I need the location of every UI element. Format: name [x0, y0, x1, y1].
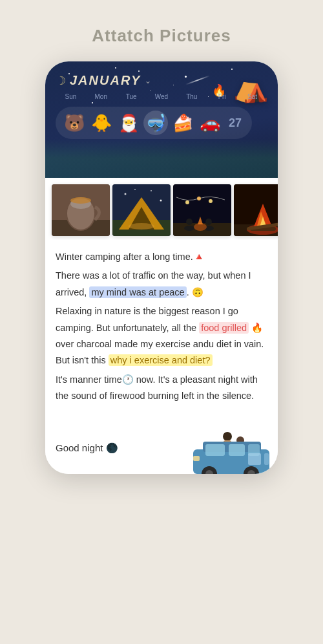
calendar-section: ⛺ 🔥 ☽ JANUARY ⌄ Sun Mon Tue Wed Thu Fri …: [45, 61, 278, 178]
emoji-dive[interactable]: 🤿: [143, 111, 168, 135]
photos-strip: [45, 178, 278, 240]
photo-tent[interactable]: [112, 184, 171, 236]
emoji-santa[interactable]: 🎅: [116, 111, 141, 135]
day-fri: Fri: [209, 93, 235, 100]
highlight-food: food grilled: [199, 322, 249, 334]
svg-point-33: [223, 432, 232, 441]
day-mon: Mon: [88, 93, 114, 100]
svg-point-20: [186, 219, 193, 225]
svg-point-11: [160, 200, 162, 202]
phone-frame: ⛺ 🔥 ☽ JANUARY ⌄ Sun Mon Tue Wed Thu Fri …: [45, 61, 278, 474]
svg-point-19: [184, 226, 194, 231]
day-sat: Sat: [239, 93, 265, 100]
svg-point-9: [125, 193, 127, 195]
day-sun: Sun: [57, 93, 83, 100]
paragraph-4: It's manner time🕐 now. It's a pleasant n…: [56, 372, 267, 405]
emoji-cake[interactable]: 🍰: [171, 111, 195, 135]
text-winter-camping: Winter camping after a long time.🔺: [56, 252, 205, 262]
svg-point-18: [209, 199, 213, 203]
svg-rect-39: [205, 444, 225, 456]
photo-fire[interactable]: [234, 184, 278, 236]
svg-point-22: [205, 219, 212, 225]
paragraph-1: Winter camping after a long time.🔺: [56, 249, 267, 265]
svg-rect-40: [229, 444, 245, 456]
star: [115, 67, 116, 69]
emoji-row[interactable]: 🐻 🐥 🎅 🤿 🍰 🚗 27: [56, 107, 252, 139]
svg-point-17: [197, 197, 201, 200]
svg-point-16: [185, 200, 189, 204]
dropdown-arrow[interactable]: ⌄: [145, 76, 151, 85]
calendar-header: ☽ JANUARY ⌄: [56, 73, 267, 88]
page-title: Attatch Pictures: [92, 26, 231, 46]
star: [92, 102, 93, 103]
day-thu: Thu: [179, 93, 205, 100]
good-night-text: Good night 🌑: [56, 441, 118, 456]
photo-mug[interactable]: [52, 184, 110, 236]
day-tue: Tue: [118, 93, 144, 100]
text-manner-time: It's manner time🕐 now. It's a pleasant n…: [56, 374, 258, 401]
star: [231, 69, 233, 70]
moon-icon: ☽: [56, 74, 66, 88]
svg-rect-43: [264, 453, 269, 465]
emoji-chick[interactable]: 🐥: [89, 111, 114, 135]
date-number: 27: [225, 116, 245, 130]
month-title: JANUARY: [70, 73, 141, 88]
star: [150, 91, 151, 91]
paragraph-2: There was a lot of traffic on the way, b…: [56, 268, 267, 301]
bottom-section: Good night 🌑: [45, 417, 278, 474]
svg-point-13: [129, 223, 154, 230]
highlight-exercise: why i exercise and diet?: [109, 354, 213, 366]
emoji-bear[interactable]: 🐻: [62, 111, 87, 135]
content-area: Winter camping after a long time.🔺 There…: [45, 240, 278, 417]
text-emoji-wink: . 🙃: [187, 287, 203, 297]
paragraph-3: Relaxing in nature is the biggest reason…: [56, 303, 267, 369]
day-wed: Wed: [149, 93, 174, 100]
highlight-peace: my mind was at peace: [89, 286, 186, 298]
svg-point-12: [134, 189, 136, 190]
svg-rect-44: [193, 456, 200, 461]
van-illustration: [190, 422, 267, 474]
star: [138, 70, 140, 72]
photo-lights[interactable]: [173, 184, 231, 236]
days-header: Sun Mon Tue Wed Thu Fri Sat: [56, 93, 267, 100]
svg-point-10: [151, 190, 152, 191]
svg-point-4: [70, 197, 91, 204]
content-text: Winter camping after a long time.🔺 There…: [56, 249, 267, 404]
emoji-car[interactable]: 🚗: [198, 111, 222, 135]
northern-lights: [45, 139, 278, 178]
svg-rect-42: [248, 453, 261, 465]
